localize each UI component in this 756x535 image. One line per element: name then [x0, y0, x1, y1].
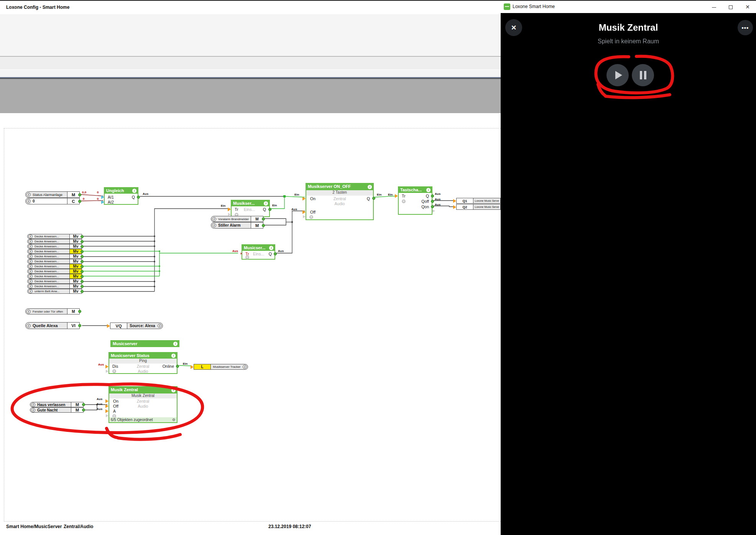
- input-connector-icon[interactable]: [228, 207, 231, 211]
- output-connector-icon[interactable]: [81, 235, 84, 238]
- input-pill[interactable]: iHaus verlassenM: [30, 402, 84, 407]
- input-pill[interactable]: iDecke Anwesen...Mv: [27, 234, 82, 239]
- output-connector-icon[interactable]: [82, 408, 85, 412]
- info-icon: i: [26, 199, 31, 203]
- output-connector-icon[interactable]: [81, 290, 84, 293]
- input-connector-icon[interactable]: [105, 404, 108, 408]
- minimize-button[interactable]: [705, 1, 722, 13]
- block-ungleich[interactable]: Ungleich i AI1 Q AI2: [104, 187, 138, 205]
- input-connector-icon[interactable]: [191, 365, 194, 369]
- output-connector-icon[interactable]: [137, 196, 140, 199]
- more-menu-button[interactable]: •••: [738, 20, 753, 35]
- output-connector-icon[interactable]: [268, 208, 271, 211]
- input-pill[interactable]: iDecke Anwesen...Mv: [27, 244, 82, 249]
- input-pill[interactable]: iDecke Anwesen...Mv: [27, 269, 82, 274]
- input-pill[interactable]: iDecke Anwesen...Mv: [27, 254, 82, 259]
- input-pill[interactable]: iDecke Anwesen...Mv: [27, 284, 82, 289]
- input-connector-icon[interactable]: [105, 409, 108, 413]
- output-connector-icon[interactable]: [78, 310, 81, 313]
- output-pill[interactable]: LMusikserver Trackeri: [194, 364, 248, 370]
- input-pill[interactable]: iDecke Anwesen...Mv: [27, 264, 82, 269]
- output-connector-icon[interactable]: [81, 280, 84, 283]
- input-pill[interactable]: iStatus AlarmanlageM: [25, 191, 80, 198]
- output-pill[interactable]: VQSource: Alexai: [110, 323, 163, 329]
- input-connector-icon[interactable]: [101, 195, 104, 199]
- close-window-button[interactable]: ✕: [739, 1, 756, 13]
- block-musicserver-status[interactable]: Musicserver Status i Ping Dis Zentral On…: [108, 352, 177, 374]
- block-musicserver-group[interactable]: Musicserver i: [110, 340, 179, 347]
- input-connector-icon[interactable]: [107, 324, 110, 328]
- info-icon[interactable]: i: [173, 342, 177, 346]
- output-connector-icon[interactable]: [78, 324, 81, 327]
- info-icon[interactable]: i: [269, 246, 273, 250]
- info-icon[interactable]: i: [426, 188, 431, 192]
- info-icon[interactable]: i: [264, 201, 268, 206]
- output-pill[interactable]: Q2Loxone Music Serve: [456, 204, 501, 210]
- input-connector-icon[interactable]: [453, 199, 456, 203]
- block-musik-zentral[interactable]: Musik Zentral i Musik Zentral On Zentral…: [108, 386, 177, 423]
- input-pill[interactable]: iDecke Anwesen...Mv: [27, 279, 82, 284]
- pill-value: Mv: [69, 289, 82, 293]
- block-musikserver-eins[interactable]: Musikser... i Tr Eins... Q +: [231, 200, 270, 217]
- input-pill[interactable]: i0C: [25, 198, 80, 204]
- output-connector-icon[interactable]: [431, 200, 434, 203]
- add-input-icon[interactable]: +: [402, 199, 406, 203]
- output-connector-icon[interactable]: [81, 240, 84, 243]
- block-tastschalter[interactable]: Tastscha... i Tr Q Qoff Qon +: [398, 186, 432, 215]
- input-connector-icon[interactable]: [101, 200, 104, 204]
- output-connector-icon[interactable]: [431, 194, 434, 198]
- input-connector-icon[interactable]: [453, 205, 456, 209]
- output-connector-icon[interactable]: [81, 255, 84, 258]
- output-connector-icon[interactable]: [431, 205, 434, 208]
- output-connector-icon[interactable]: [262, 224, 265, 227]
- block-musicserver-eins[interactable]: Musicser... i Tr Eins... Q + ✕: [242, 244, 275, 260]
- input-pill[interactable]: iDecke Anwesen...Mv: [27, 249, 82, 254]
- gear-icon[interactable]: ⚙: [172, 418, 176, 422]
- input-pill[interactable]: iVoralarm BrandmelderM: [211, 216, 263, 222]
- block-musikserver-on-off[interactable]: Musikserver ON_OFF i 2 Tasten On Zentral…: [306, 183, 374, 220]
- input-connector-icon[interactable]: [395, 194, 398, 198]
- output-connector-icon[interactable]: [81, 260, 84, 263]
- output-connector-icon[interactable]: [81, 270, 84, 273]
- wire-label: 0,0: [82, 191, 86, 194]
- output-label: Q: [263, 207, 266, 212]
- output-connector-icon[interactable]: [78, 200, 81, 203]
- output-connector-icon[interactable]: [262, 217, 265, 221]
- input-pill[interactable]: iDecke Anwesen...Mv: [27, 239, 82, 244]
- input-connector-icon[interactable]: [302, 210, 306, 214]
- play-button[interactable]: [606, 64, 629, 86]
- output-connector-icon[interactable]: [81, 250, 84, 253]
- output-connector-icon[interactable]: [81, 275, 84, 278]
- info-icon[interactable]: i: [171, 354, 176, 358]
- output-connector-icon[interactable]: [78, 193, 81, 196]
- input-connector-icon[interactable]: [105, 365, 108, 369]
- output-connector-icon[interactable]: [81, 265, 84, 268]
- output-connector-icon[interactable]: [81, 245, 84, 248]
- output-connector-icon[interactable]: [82, 403, 85, 406]
- add-input-icon[interactable]: +: [245, 255, 249, 259]
- add-input-icon[interactable]: +: [112, 369, 116, 373]
- output-pill[interactable]: Q1Loxone Music Serve: [456, 198, 501, 204]
- maximize-button[interactable]: [722, 1, 739, 13]
- input-pill[interactable]: iDecke Anwesen...Mv: [27, 259, 82, 264]
- output-connector-icon[interactable]: [372, 197, 375, 200]
- input-pill[interactable]: iDecke Anwesen...Mv: [27, 274, 82, 279]
- output-connector-icon[interactable]: [274, 252, 277, 255]
- add-input-icon[interactable]: +: [309, 215, 313, 219]
- input-pill[interactable]: iQuelle AlexaVI: [25, 322, 80, 329]
- input-pill[interactable]: iGute NachtM: [30, 407, 84, 413]
- info-icon[interactable]: i: [132, 189, 136, 193]
- output-connector-icon[interactable]: [81, 285, 84, 288]
- info-icon: i: [28, 289, 33, 293]
- wire-label: 0: [83, 197, 84, 201]
- input-connector-icon[interactable]: [302, 197, 306, 201]
- input-connector-icon[interactable]: [105, 399, 108, 403]
- wiring-canvas[interactable]: Ungleich i AI1 Q AI2 Musikser... i Tr Ei…: [0, 1, 501, 535]
- input-pill[interactable]: iFenster oder Tür offenM: [25, 308, 80, 314]
- output-connector-icon[interactable]: [176, 365, 179, 368]
- pause-button[interactable]: [632, 64, 654, 86]
- input-pill[interactable]: iStiller AlarmM: [211, 222, 263, 229]
- info-icon[interactable]: i: [368, 185, 372, 189]
- info-icon[interactable]: i: [171, 388, 176, 392]
- input-pill[interactable]: iunterm Bett Anw...Mv: [27, 289, 82, 294]
